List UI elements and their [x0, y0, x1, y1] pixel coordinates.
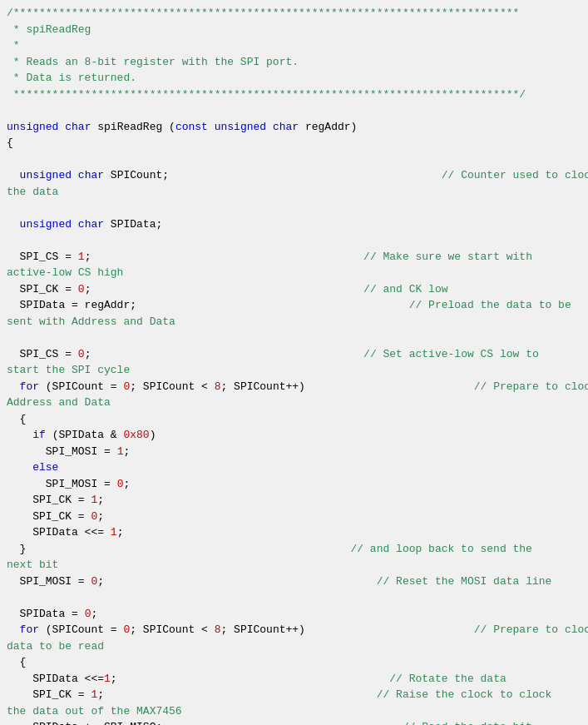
code-token: const [175, 121, 208, 133]
code-token: 1 [104, 673, 111, 685]
code-token: SPICount; [104, 169, 169, 181]
code-line [7, 589, 581, 606]
code-token: unsigned [7, 121, 58, 133]
code-token: ; [123, 445, 130, 458]
code-token: ; [91, 608, 97, 620]
code-token: ; [97, 688, 104, 701]
code-token: for [20, 623, 39, 636]
code-block: /***************************************… [7, 5, 581, 725]
code-line: SPI_MOSI = 1; [7, 444, 581, 460]
code-token: // Reset the MOSI data line [104, 575, 551, 588]
code-token: ; SPICount < [130, 623, 214, 636]
code-token: 0x80 [123, 429, 149, 441]
code-token: ; [97, 510, 104, 523]
code-token [7, 461, 32, 474]
code-token [7, 623, 20, 636]
code-line: /***************************************… [7, 5, 581, 22]
code-line: the data out of the MAX7456 [7, 703, 581, 720]
code-token: * spiReadReg [7, 23, 91, 36]
code-token: the data out of the MAX7456 [7, 705, 182, 718]
code-line: else [7, 459, 581, 476]
code-token: SPI_CK = [7, 494, 91, 506]
code-token: ; [117, 526, 124, 539]
code-token: unsigned [20, 169, 72, 181]
code-line: * [7, 37, 581, 54]
code-token: // Make sure we start with [91, 251, 532, 263]
code-line: } // and loop back to send the [7, 541, 581, 558]
code-token: SPI_CK = [7, 283, 78, 295]
code-token: 0 [78, 283, 85, 295]
code-token: SPI_MOSI = [7, 445, 117, 458]
code-token: (SPICount = [39, 380, 123, 393]
code-token: ) [150, 429, 156, 441]
code-line: sent with Address and Data [7, 314, 581, 330]
code-line: { [7, 654, 581, 671]
code-token: // Rotate the data [117, 673, 506, 685]
code-container: /***************************************… [0, 0, 588, 725]
code-token: else [32, 461, 58, 474]
code-line: if (SPIData & 0x80) [7, 427, 581, 444]
code-token: SPIData; [104, 218, 162, 231]
code-token: 0 [78, 348, 85, 360]
code-token: SPI_MOSI = [7, 575, 91, 588]
code-token: // Prepare to clock in the [305, 623, 588, 636]
code-token [72, 169, 78, 181]
code-line: SPIData = regAddr; // Preload the data t… [7, 297, 581, 314]
code-line: SPIData = 0; [7, 606, 581, 623]
code-token: SPI_MOSI = [7, 478, 117, 490]
code-token: 1 [111, 526, 117, 539]
code-token [208, 121, 215, 133]
code-line: data to be read [7, 638, 581, 655]
code-token: active-low CS high [7, 266, 123, 279]
code-line: start the SPI cycle [7, 362, 581, 379]
code-token: { [7, 656, 26, 668]
code-line: SPI_CS = 0; // Set active-low CS low to [7, 346, 581, 363]
code-line: SPI_CK = 1; // Raise the clock to clock [7, 687, 581, 703]
code-token: ****************************************… [7, 88, 526, 101]
code-token: // Prepare to clock out the [305, 380, 588, 393]
code-line: SPI_CK = 0; [7, 509, 581, 525]
code-token: // Set active-low CS low to [91, 348, 538, 360]
code-token [7, 218, 20, 231]
code-line: ****************************************… [7, 87, 581, 103]
code-line [7, 232, 581, 249]
code-token: * Data is returned. [7, 72, 136, 84]
code-token: // and loop back to send the [26, 543, 532, 555]
code-line: * Data is returned. [7, 70, 581, 87]
code-line: unsigned char SPICount; // Counter used … [7, 167, 581, 184]
code-token: Address and Data [7, 396, 111, 409]
code-token [7, 380, 20, 393]
code-token: // Counter used to clock out [169, 169, 588, 181]
code-token: for [20, 380, 39, 393]
code-line: SPIData += SPI_MISO; // Read the data bi… [7, 719, 581, 725]
code-token: SPIData = [7, 608, 85, 620]
code-token: // and CK low [91, 283, 447, 295]
code-token: regAddr) [299, 121, 357, 133]
code-token: sent with Address and Data [7, 315, 175, 328]
code-token: unsigned [215, 121, 266, 133]
code-token: // Raise the clock to clock [104, 688, 551, 701]
code-line: unsigned char spiReadReg (const unsigned… [7, 119, 581, 136]
code-token: spiReadReg ( [91, 121, 175, 133]
code-token: 1 [78, 251, 85, 263]
code-token: ; [123, 478, 130, 490]
code-token: ; [97, 494, 104, 506]
code-line: SPIData <<=1; // Rotate the data [7, 671, 581, 688]
code-token [266, 121, 273, 133]
code-token: * Reads an 8-bit register with the SPI p… [7, 56, 299, 68]
code-token: char [78, 218, 104, 231]
code-token: if [32, 429, 46, 441]
code-token: SPIData += SPI_MISO; [7, 721, 162, 725]
code-token: char [273, 121, 299, 133]
code-token: ; [97, 575, 104, 588]
code-token: ; SPICount++) [220, 380, 304, 393]
code-token: data to be read [7, 640, 104, 653]
code-token: SPI_CK = [7, 510, 91, 523]
code-line: for (SPICount = 0; SPICount < 8; SPICoun… [7, 622, 581, 638]
code-line [7, 102, 581, 119]
code-line: for (SPICount = 0; SPICount < 8; SPICoun… [7, 379, 581, 395]
code-line: Address and Data [7, 395, 581, 411]
code-token: SPI_CS = [7, 348, 78, 360]
code-token: SPI_CK = [7, 688, 91, 701]
code-token: // Preload the data to be [136, 299, 571, 311]
